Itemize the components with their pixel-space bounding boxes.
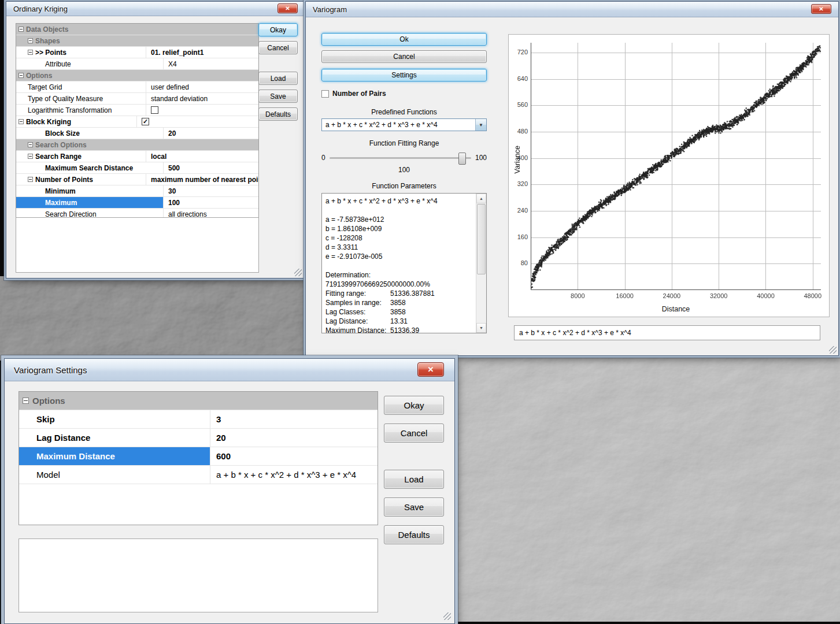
determination-value: 71913999706669250000000.00% xyxy=(325,280,476,289)
property-value[interactable]: 100 xyxy=(164,197,258,208)
defaults-button[interactable]: Defaults xyxy=(384,525,444,544)
resize-grip[interactable] xyxy=(443,612,451,620)
stat-row: Lag Classes:3858 xyxy=(325,307,476,317)
predefined-functions-dropdown[interactable]: a + b * x + c * x^2 + d * x^3 + e * x^4 … xyxy=(321,118,487,131)
y-tick-label: 160 xyxy=(502,233,528,240)
collapse-icon[interactable] xyxy=(18,119,24,124)
collapse-icon[interactable] xyxy=(28,142,33,147)
collapse-icon[interactable] xyxy=(23,398,29,404)
property-value[interactable]: user defined xyxy=(146,81,258,92)
fitting-range-slider[interactable] xyxy=(330,157,471,159)
save-button[interactable]: Save xyxy=(384,497,444,517)
property-value[interactable]: 3 xyxy=(210,410,378,428)
okay-button[interactable]: Okay xyxy=(258,23,298,36)
y-tick-label: 320 xyxy=(502,180,528,187)
load-button[interactable]: Load xyxy=(258,72,298,85)
cancel-button[interactable]: Cancel xyxy=(384,424,444,443)
property-label-text: Type of Quality Measure xyxy=(28,95,103,103)
property-row[interactable]: Skip3 xyxy=(19,410,378,429)
fitting-range-slider-row: 0 100 xyxy=(321,152,487,164)
property-value[interactable] xyxy=(146,105,258,116)
checkbox[interactable] xyxy=(151,106,158,114)
scrollbar-thumb[interactable] xyxy=(477,204,486,274)
chevron-down-icon[interactable]: ▼ xyxy=(475,119,486,131)
function-parameters-box[interactable]: a + b * x + c * x^2 + d * x^3 + e * x^4 … xyxy=(321,193,487,333)
property-value[interactable]: X4 xyxy=(164,58,258,69)
close-button[interactable]: ✕ xyxy=(417,362,444,377)
variogram-plot[interactable]: 80160240320400480560640720 8000160002400… xyxy=(531,43,821,290)
property-row[interactable]: AttributeX4 xyxy=(16,58,258,70)
collapse-icon[interactable] xyxy=(28,154,33,159)
property-row[interactable]: Target Griduser defined xyxy=(16,81,258,93)
property-row[interactable]: Maximum Search Distance500 xyxy=(16,162,258,174)
cancel-button[interactable]: Cancel xyxy=(258,41,298,54)
property-value[interactable]: standard deviation xyxy=(146,93,258,104)
variogram-settings-titlebar[interactable]: Variogram Settings ✕ xyxy=(5,359,454,381)
property-row[interactable]: Search Rangelocal xyxy=(16,151,258,162)
stat-value: 13.31 xyxy=(390,317,408,326)
property-category-row[interactable]: Shapes xyxy=(16,35,258,47)
save-button[interactable]: Save xyxy=(258,90,298,103)
property-row[interactable]: Lag Distance20 xyxy=(19,429,378,447)
close-button[interactable]: ✕ xyxy=(811,4,831,14)
stat-row: Fitting range:51336.387881 xyxy=(325,289,476,298)
close-icon: ✕ xyxy=(819,6,823,12)
dropdown-selected-value: a + b * x + c * x^2 + d * x^3 + e * x^4 xyxy=(322,119,475,131)
property-row[interactable]: Maximum Distance600 xyxy=(19,447,378,466)
resize-grip[interactable] xyxy=(829,346,837,354)
property-value[interactable]: 20 xyxy=(164,128,258,139)
scroll-up-icon[interactable]: ▲ xyxy=(476,194,486,203)
collapse-icon[interactable] xyxy=(28,38,33,43)
property-category-row[interactable]: Options xyxy=(16,70,258,81)
scroll-down-icon[interactable]: ▼ xyxy=(476,323,486,333)
property-row[interactable]: Modela + b * x + c * x^2 + d * x^3 + e *… xyxy=(19,466,378,484)
property-value[interactable]: local xyxy=(146,151,258,162)
model-formula-field[interactable]: a + b * x + c * x^2 + d * x^3 + e * x^4 xyxy=(514,325,820,340)
cancel-button[interactable]: Cancel xyxy=(321,50,487,63)
property-label-text: Number of Points xyxy=(35,176,93,184)
collapse-icon[interactable] xyxy=(28,177,33,182)
property-row[interactable]: Minimum30 xyxy=(16,185,258,197)
collapse-icon[interactable] xyxy=(28,50,33,55)
property-row[interactable]: Block Size20 xyxy=(16,128,258,139)
close-icon: ✕ xyxy=(285,5,290,12)
defaults-button[interactable]: Defaults xyxy=(258,107,298,121)
property-value[interactable]: 500 xyxy=(164,162,258,173)
okay-button[interactable]: Okay xyxy=(384,396,444,415)
stat-label: Fitting range: xyxy=(325,289,390,298)
number-of-pairs-checkbox[interactable]: Number of Pairs xyxy=(321,90,487,98)
property-category-row[interactable]: Search Options xyxy=(16,139,258,151)
property-category-row[interactable]: Data Objects xyxy=(16,24,258,35)
property-row[interactable]: Number of Pointsmaximum number of neares… xyxy=(16,174,258,185)
property-row[interactable]: >> Points01. relief_point1 xyxy=(16,47,258,58)
scrollbar[interactable]: ▲ ▼ xyxy=(476,194,486,333)
ok-button[interactable]: Ok xyxy=(321,33,487,46)
slider-handle[interactable] xyxy=(458,153,466,165)
property-value[interactable]: 30 xyxy=(164,185,258,196)
property-label-text: Maximum Distance xyxy=(36,451,115,461)
property-value[interactable]: 600 xyxy=(210,447,378,465)
property-value[interactable]: a + b * x + c * x^2 + d * x^3 + e * x^4 xyxy=(210,466,378,484)
property-row[interactable]: Logarithmic Transformation xyxy=(16,105,258,116)
property-value[interactable]: maximum number of nearest points xyxy=(146,174,258,185)
collapse-icon[interactable] xyxy=(18,27,24,32)
variogram-titlebar[interactable]: Variogram ✕ xyxy=(306,2,838,17)
property-row[interactable]: Block Kriging✓ xyxy=(16,116,258,128)
property-value[interactable]: 01. relief_point1 xyxy=(146,47,258,58)
property-value[interactable]: 20 xyxy=(210,429,378,447)
property-value[interactable]: ✓ xyxy=(137,116,258,127)
load-button[interactable]: Load xyxy=(384,470,444,489)
property-row[interactable]: Type of Quality Measurestandard deviatio… xyxy=(16,93,258,105)
variogram-plot-canvas xyxy=(531,43,821,290)
property-label: Maximum Distance xyxy=(19,447,210,465)
property-category-row[interactable]: Options xyxy=(19,392,378,410)
settings-button[interactable]: Settings xyxy=(321,69,487,81)
property-label: >> Points xyxy=(16,47,146,58)
checkbox[interactable]: ✓ xyxy=(142,118,149,125)
resize-grip[interactable] xyxy=(294,269,302,276)
x-tick-label: 48000 xyxy=(804,292,822,299)
ordinary-kriging-titlebar[interactable]: Ordinary Kriging ✕ xyxy=(6,2,304,16)
collapse-icon[interactable] xyxy=(18,73,24,78)
close-button[interactable]: ✕ xyxy=(277,3,298,13)
property-row[interactable]: Maximum100 xyxy=(16,197,258,209)
